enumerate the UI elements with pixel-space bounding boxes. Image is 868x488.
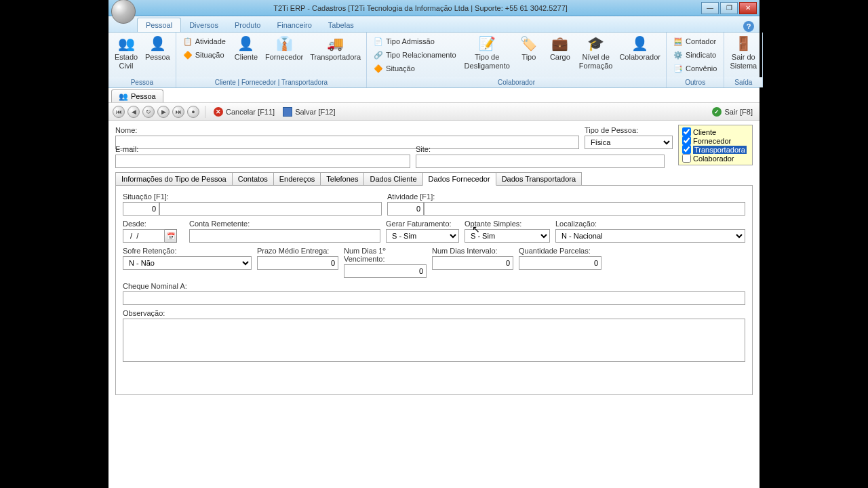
sair-sistema-button[interactable]: 🚪Sair doSistema bbox=[727, 34, 760, 72]
conta-remetente-input[interactable] bbox=[189, 229, 380, 243]
cliente-icon: 👤 bbox=[237, 35, 256, 52]
desde-input[interactable] bbox=[123, 229, 165, 243]
menu-tab-diversos[interactable]: Diversos bbox=[181, 18, 226, 32]
atividade-button[interactable]: 📋Atividade bbox=[179, 35, 230, 47]
estado-civil-button[interactable]: 👥EstadoCivil bbox=[111, 34, 141, 72]
subtab-informa-es-do-tipo-de-pessoa[interactable]: Informações do Tipo de Pessoa bbox=[115, 172, 233, 186]
cargo-button[interactable]: 💼Cargo bbox=[545, 34, 575, 63]
situacao-code-input[interactable] bbox=[123, 202, 159, 216]
fornecedor-button[interactable]: 👔Fornecedor bbox=[262, 34, 306, 63]
exit-button[interactable]: ✓ Sair [F8] bbox=[709, 106, 755, 118]
opt-fornecedor[interactable]: Fornecedor bbox=[682, 136, 749, 145]
people-icon: 👥 bbox=[119, 92, 128, 101]
opt-transportadora[interactable]: Transportadora bbox=[682, 145, 749, 154]
atividade-code-input[interactable] bbox=[387, 202, 424, 216]
nivel-formacao-button[interactable]: 🎓Nível deFormação bbox=[576, 34, 616, 72]
cargo-icon: 💼 bbox=[551, 35, 570, 52]
sofre-retencao-label: Sofre Retenção: bbox=[123, 247, 252, 255]
subtab-contatos[interactable]: Contatos bbox=[232, 172, 274, 186]
ribbon-group-label: Outros bbox=[667, 77, 724, 87]
sindicato-button[interactable]: ⚙️Sindicato bbox=[669, 49, 721, 61]
num-dias-interv-input[interactable] bbox=[432, 256, 513, 270]
situacao-button[interactable]: 🔶Situação bbox=[179, 49, 230, 61]
tipo-desligamento-icon: 📝 bbox=[477, 35, 496, 52]
subtab-dados-transportadora[interactable]: Dados Transportadora bbox=[496, 172, 582, 186]
opt-colaborador[interactable]: Colaborador bbox=[682, 154, 749, 163]
situacao-desc-input[interactable] bbox=[159, 202, 382, 216]
contador-button[interactable]: 🧮Contador bbox=[669, 35, 721, 47]
optante-simples-select[interactable]: S - Sim bbox=[465, 229, 550, 243]
tipo-admissao-icon: 📄 bbox=[374, 37, 383, 46]
toolbar: ⏮ ◀ ↻ ▶ ⏭ ● ✕ Cancelar [F11] Salvar [F12… bbox=[108, 103, 760, 121]
ribbon-group-label: Cliente | Fornecedor | Transportadora bbox=[176, 77, 366, 87]
nav-next-button[interactable]: ▶ bbox=[157, 106, 170, 118]
gerar-faturamento-select[interactable]: S - Sim bbox=[386, 229, 459, 243]
situacao-colab-icon: 🔶 bbox=[374, 64, 383, 73]
subtab-telefones[interactable]: Telefones bbox=[320, 172, 364, 186]
menu-tab-tabelas[interactable]: Tabelas bbox=[320, 18, 362, 32]
num-dias-interv-label: Num Dias Intervalo: bbox=[432, 247, 513, 255]
subtab-dados-fornecedor[interactable]: Dados Fornecedor bbox=[422, 172, 496, 186]
transportadora-button[interactable]: 🚚Transportadora bbox=[307, 34, 363, 63]
cheque-nominal-label: Cheque Nominal A: bbox=[123, 282, 745, 290]
contador-icon: 🧮 bbox=[673, 37, 683, 46]
tipo-button[interactable]: 🏷️Tipo bbox=[514, 34, 544, 63]
minimize-button[interactable]: — bbox=[701, 2, 719, 14]
estado-civil-icon: 👥 bbox=[117, 35, 136, 52]
site-input[interactable] bbox=[416, 155, 665, 168]
opt-cliente[interactable]: Cliente bbox=[682, 127, 749, 136]
atividade-icon: 📋 bbox=[183, 37, 193, 46]
convenio-button[interactable]: 📑Convênio bbox=[669, 62, 721, 75]
cliente-button[interactable]: 👤Cliente bbox=[231, 34, 261, 63]
help-icon[interactable]: ? bbox=[743, 21, 754, 32]
save-label: Salvar [F12] bbox=[295, 108, 335, 116]
localizacao-select[interactable]: N - Nacional bbox=[555, 229, 745, 243]
menu-tab-produto[interactable]: Produto bbox=[226, 18, 269, 32]
nav-prev-button[interactable]: ◀ bbox=[127, 106, 140, 118]
colaborador-button[interactable]: 👤Colaborador bbox=[616, 34, 663, 63]
nav-refresh-button[interactable]: ↻ bbox=[142, 106, 155, 118]
calendar-icon[interactable]: 📅 bbox=[165, 229, 177, 243]
nome-label: Nome: bbox=[115, 126, 579, 134]
num-dias-venc-input[interactable] bbox=[344, 264, 427, 278]
document-tab-pessoa[interactable]: 👥 Pessoa bbox=[111, 89, 163, 102]
maximize-button[interactable]: ❐ bbox=[720, 2, 738, 14]
situacao-icon: 🔶 bbox=[183, 50, 193, 60]
pessoa-button[interactable]: 👤Pessoa bbox=[142, 34, 173, 63]
subtab-endere-os[interactable]: Endereços bbox=[273, 172, 321, 186]
qtd-parcelas-input[interactable] bbox=[519, 256, 601, 270]
tipo-admissao-button[interactable]: 📄Tipo Admissão bbox=[370, 35, 460, 47]
app-orb-icon[interactable] bbox=[111, 0, 136, 24]
cheque-nominal-input[interactable] bbox=[123, 291, 745, 305]
close-button[interactable]: ✕ bbox=[739, 2, 757, 14]
convenio-icon: 📑 bbox=[673, 64, 683, 73]
menu-tab-financeiro[interactable]: Financeiro bbox=[269, 18, 319, 32]
nav-last-button[interactable]: ⏭ bbox=[172, 106, 184, 118]
form-area: Nome: Tipo de Pessoa: Física Cliente For… bbox=[108, 121, 760, 401]
observacao-textarea[interactable] bbox=[123, 319, 745, 362]
nav-extra-button[interactable]: ● bbox=[187, 106, 199, 118]
subtab-dados-cliente[interactable]: Dados Cliente bbox=[363, 172, 422, 186]
subtab-bar: Informações do Tipo de PessoaContatosEnd… bbox=[115, 172, 753, 186]
nav-first-button[interactable]: ⏮ bbox=[113, 106, 125, 118]
tipo-desligamento-button[interactable]: 📝Tipo deDesligamento bbox=[462, 34, 513, 72]
atividade-desc-input[interactable] bbox=[424, 202, 745, 216]
ribbon-group-label: Pessoa bbox=[108, 77, 176, 87]
cancel-button[interactable]: ✕ Cancelar [F11] bbox=[211, 106, 277, 118]
desde-label: Desde: bbox=[123, 220, 184, 228]
titlebar: T2Ti ERP - Cadastros [T2Ti Tecnologia da… bbox=[108, 0, 760, 16]
gerar-faturamento-label: Gerar Faturamento: bbox=[386, 220, 459, 228]
email-input[interactable] bbox=[115, 155, 410, 168]
ribbon-group-label: Saída bbox=[724, 77, 762, 87]
cancel-icon: ✕ bbox=[214, 107, 223, 117]
sofre-retencao-select[interactable]: N - Não bbox=[123, 256, 252, 270]
situacao-label: Situação [F1]: bbox=[123, 192, 382, 201]
tipo-relacionamento-icon: 🔗 bbox=[374, 50, 383, 60]
tipo-relacionamento-button[interactable]: 🔗Tipo Relacionamento bbox=[370, 49, 460, 61]
save-button[interactable]: Salvar [F12] bbox=[280, 106, 338, 118]
observacao-label: Observação: bbox=[123, 309, 745, 317]
prazo-medio-input[interactable] bbox=[257, 256, 338, 270]
situacao-colab-button[interactable]: 🔶Situação bbox=[370, 62, 460, 75]
menu-tab-pessoal[interactable]: Pessoal bbox=[137, 18, 181, 32]
conta-remetente-label: Conta Remetente: bbox=[189, 220, 380, 228]
